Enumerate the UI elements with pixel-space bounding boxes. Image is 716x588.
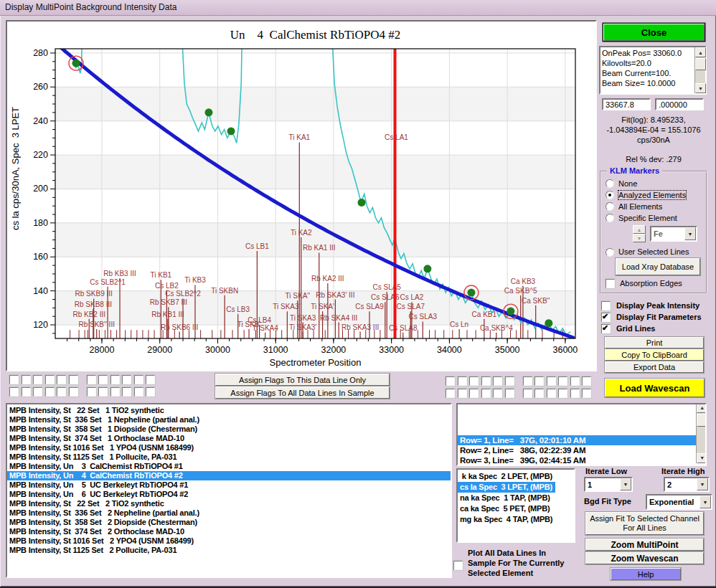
flag-checkbox[interactable] (57, 375, 66, 384)
zoom-wavescan-button[interactable]: Zoom Wavescan (585, 552, 704, 564)
data-point[interactable] (545, 319, 552, 327)
load-wavescan-button[interactable]: Load Wavescan (605, 379, 705, 397)
data-point[interactable] (72, 60, 80, 67)
list-item[interactable]: MPB Intensity, St 358 Set 2 Diopside (Ch… (7, 518, 451, 527)
rows-scroll-thumb[interactable] (697, 414, 707, 427)
list-item[interactable]: k ka Spec 2 LPET, (MPB) (458, 471, 574, 482)
chevron-down-icon[interactable]: ▼ (620, 478, 631, 490)
radio-none[interactable] (606, 179, 614, 188)
flag-checkbox[interactable] (446, 389, 455, 398)
data-point[interactable] (423, 265, 431, 272)
bgd-fit-type-combo[interactable]: Exponential ▼ (646, 494, 712, 510)
element-combo[interactable]: Fe ▼ (650, 226, 697, 242)
sample-list[interactable]: MPB Intensity, St 22 Set 1 TiO2 syntheti… (6, 403, 452, 578)
radio-all-elements[interactable] (606, 202, 614, 211)
export-data-button[interactable]: Export Data (605, 361, 704, 373)
list-item[interactable]: ca ka Spec 5 PET, (MPB) (458, 503, 574, 514)
list-item[interactable]: MPB Intensity, St 1125 Set 1 Pollucite, … (7, 452, 451, 462)
element-spinner[interactable]: ▲ ▼ (633, 225, 646, 242)
list-item[interactable]: MPB Intensity, St 336 Set 1 Nepheline (p… (7, 415, 451, 425)
flag-checkbox[interactable] (446, 376, 455, 386)
list-item[interactable]: Row= 2, Line= 38G, 02:22:39 AM (458, 445, 705, 455)
info-scroll-thumb[interactable] (695, 58, 706, 70)
list-item[interactable]: na ka Spec 1 TAP, (MPB) (458, 493, 574, 503)
display-fit-parameters-checkbox[interactable] (601, 313, 611, 322)
scroll-down-icon[interactable]: ▼ (695, 83, 706, 93)
flag-checkbox[interactable] (481, 376, 491, 386)
radio-user-selected-lines[interactable] (606, 248, 614, 257)
flag-checkbox[interactable] (57, 387, 66, 397)
radio-label[interactable]: Analyzed Elements (618, 191, 686, 199)
data-point[interactable] (227, 127, 235, 135)
position-value-field[interactable]: 33667.8 (602, 98, 651, 110)
chevron-down-icon[interactable]: ▼ (684, 227, 696, 240)
list-item[interactable]: MPB Intensity, St 22 Set 2 TiO2 syntheti… (7, 499, 451, 508)
radio-label[interactable]: All Elements (618, 202, 662, 211)
list-item[interactable]: MPB Intensity, St 1016 Set 1 YPO4 (USNM … (7, 443, 451, 452)
absorption-edges-label[interactable]: Absorption Edges (620, 279, 682, 288)
display-peak-intensity-checkbox[interactable] (601, 301, 611, 310)
flag-checkbox[interactable] (570, 376, 580, 386)
list-item[interactable]: MPB Intensity, St 336 Set 2 Nepheline (p… (7, 508, 451, 518)
flag-checkbox[interactable] (45, 387, 55, 397)
data-rows-list[interactable]: ▲ ▼ Row= 1, Line= 37G, 02:01:10 AMRow= 2… (456, 403, 707, 466)
radio-specific-element[interactable] (606, 214, 614, 222)
flag-checkbox[interactable] (505, 389, 514, 398)
flag-checkbox[interactable] (33, 375, 42, 384)
flag-checkbox[interactable] (458, 389, 467, 398)
list-item[interactable]: Row= 1, Line= 37G, 02:01:10 AM (458, 435, 705, 445)
radio-analyzed-elements[interactable] (606, 191, 614, 199)
flag-checkbox[interactable] (122, 387, 131, 397)
flag-checkbox[interactable] (582, 376, 591, 386)
grid-lines-checkbox[interactable] (601, 324, 611, 333)
flag-checkbox[interactable] (110, 375, 120, 384)
scroll-up-icon[interactable]: ▲ (697, 403, 707, 413)
plot-all-label[interactable]: Plot All Data Lines In Sample For The Cu… (468, 548, 564, 578)
zoom-multipoint-button[interactable]: Zoom MultiPoint (585, 539, 704, 551)
help-button[interactable]: Help (611, 568, 681, 580)
flag-checkbox[interactable] (45, 375, 55, 384)
plot-all-checkbox[interactable] (453, 561, 463, 570)
flag-checkbox[interactable] (98, 387, 108, 397)
data-point[interactable] (358, 199, 366, 207)
assign-flags-line-button[interactable]: Assign Flags To This Data Line Only (215, 374, 390, 386)
list-item[interactable]: cs la Spec 3 LPET, (MPB) (458, 482, 555, 493)
list-item[interactable]: MPB Intensity, St 374 Set 1 Orthoclase M… (7, 434, 451, 443)
chevron-down-icon[interactable]: ▼ (697, 478, 708, 490)
flag-checkbox[interactable] (69, 375, 78, 384)
intensity-value-field[interactable]: .000000 (655, 98, 704, 110)
flag-checkbox[interactable] (87, 387, 96, 397)
flag-checkbox[interactable] (523, 376, 532, 386)
flag-checkbox[interactable] (547, 376, 556, 386)
flag-checkbox[interactable] (87, 375, 96, 384)
display-option-label[interactable]: Grid Lines (616, 324, 655, 333)
flag-checkbox[interactable] (570, 389, 580, 398)
assign-flags-sample-button[interactable]: Assign Flags To All Data Lines In Sample (215, 387, 390, 399)
flag-checkbox[interactable] (146, 375, 155, 384)
flag-checkbox[interactable] (558, 389, 567, 398)
flag-checkbox[interactable] (534, 376, 544, 386)
list-item[interactable]: MPB Intensity, St 22 Set 1 TiO2 syntheti… (7, 406, 451, 415)
flag-checkbox[interactable] (33, 387, 42, 397)
display-option-label[interactable]: Display Peak Intensity (616, 301, 699, 310)
list-item[interactable]: MPB Intensity, Un 6 UC Berkeleyt RbTiOPO… (7, 490, 451, 499)
data-point[interactable] (204, 108, 212, 116)
spinner-down-icon[interactable]: ▼ (633, 234, 646, 242)
iterate-low-combo[interactable]: 1 ▼ (584, 477, 633, 492)
data-point[interactable] (507, 308, 514, 316)
title-bar[interactable]: Display MultiPoint Background Intensity … (0, 0, 716, 16)
flag-checkbox[interactable] (458, 376, 467, 386)
flag-checkbox[interactable] (582, 389, 591, 398)
flag-checkbox[interactable] (134, 387, 143, 397)
assign-fit-button[interactable]: Assign Fit To Selected Channel For All L… (585, 512, 704, 535)
iterate-high-combo[interactable]: 2 ▼ (664, 477, 710, 492)
flag-checkbox[interactable] (534, 389, 544, 398)
element-channel-list[interactable]: k ka Spec 2 LPET, (MPB)cs la Spec 3 LPET… (456, 468, 575, 543)
flag-checkbox[interactable] (110, 387, 120, 397)
list-item[interactable]: MPB Intensity, St 374 Set 2 Orthoclase M… (7, 527, 451, 536)
spinner-up-icon[interactable]: ▲ (633, 225, 646, 234)
close-button[interactable]: Close (603, 24, 705, 41)
flag-checkbox[interactable] (22, 387, 31, 397)
data-point[interactable] (467, 289, 475, 297)
flag-checkbox[interactable] (493, 376, 502, 386)
